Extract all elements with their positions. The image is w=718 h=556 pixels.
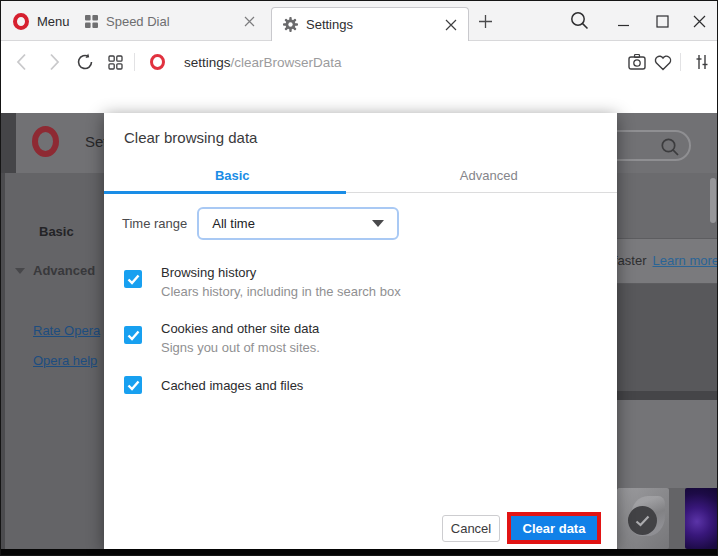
back-icon[interactable] [11,52,31,72]
page-section-band [617,400,718,488]
opera-settings-logo-icon [32,126,59,157]
checkbox-label: Cached images and files [161,376,303,395]
learn-more-link[interactable]: Learn more [653,253,718,268]
checkbox-sublabel: Signs you out of most sites. [161,338,320,357]
browsing-history-checkbox[interactable] [124,270,142,288]
selected-check-icon [628,506,657,535]
time-range-row: Time range All time [122,207,399,240]
dialog-tab-basic[interactable]: Basic [104,165,361,192]
page-left-strip [1,173,5,549]
clear-data-button[interactable]: Clear data [511,516,597,540]
page-section-band [617,173,718,238]
checkbox-label: Cookies and other site data [161,319,320,338]
tab-settings[interactable]: Settings [271,7,469,41]
cookies-checkbox[interactable] [124,326,142,344]
bottom-black-bar [1,549,717,556]
opera-logo-icon [13,13,29,30]
checkbox-texts: Cached images and files [161,376,303,395]
dialog-tab-advanced[interactable]: Advanced [361,165,618,192]
toolbar-divider [680,53,681,71]
checkbox-row-browsing-history: Browsing history Clears history, includi… [124,263,401,301]
checkbox-texts: Browsing history Clears history, includi… [161,263,401,301]
search-tabs-icon[interactable] [570,11,590,31]
header-dark-strip [1,113,16,173]
url-primary: settings [184,55,231,70]
faster-row: fasterLearn more [614,253,718,268]
rate-opera-link[interactable]: Rate Opera [33,323,100,338]
snapshot-camera-icon[interactable] [627,52,647,72]
cancel-button[interactable]: Cancel [442,515,500,542]
checkbox-label: Browsing history [161,263,401,282]
page-section-divider [617,391,718,400]
annotation-highlight-box: Clear data [507,512,601,544]
page-scrollbar-thumb[interactable] [710,178,716,223]
dialog-footer: Cancel Clear data [442,512,601,544]
checkbox-sublabel: Clears history, including in the search … [161,282,401,301]
dropdown-caret-icon [372,220,384,227]
tab-speed-dial[interactable]: Speed Dial [73,1,266,41]
dialog-tabs: Basic Advanced [104,165,617,193]
url-secondary: /clearBrowserData [231,55,342,70]
tab-speed-dial-close-icon[interactable] [242,14,256,28]
sidebar-item-basic[interactable]: Basic [39,224,74,239]
tab-speed-dial-label: Speed Dial [106,14,170,29]
time-range-label: Time range [122,216,187,231]
browser-window: Menu Speed Dial Settings [0,0,718,556]
checkbox-texts: Cookies and other site data Signs you ou… [161,319,320,357]
page-section-band [617,284,718,391]
new-tab-button[interactable] [471,1,499,41]
close-window-button[interactable] [686,1,712,41]
cached-images-checkbox[interactable] [124,376,142,394]
minimize-button[interactable] [610,1,636,41]
dialog-title: Clear browsing data [124,129,257,146]
wallpaper-thumbnail-purple[interactable] [685,488,718,549]
speed-dial-grid-icon [85,15,98,28]
settings-search-icon [660,137,680,157]
gear-icon [283,17,298,32]
opera-menu-button[interactable]: Menu [13,1,70,41]
wallpaper-thumbnail-selected[interactable] [617,488,669,549]
wallpaper-thumbnails [617,488,718,549]
tab-settings-label: Settings [306,17,353,32]
bookmark-heart-icon[interactable] [653,52,673,72]
checkbox-row-cached-images: Cached images and files [124,376,303,395]
sidebar-advanced-label: Advanced [33,263,95,278]
maximize-button[interactable] [649,1,675,41]
reload-icon[interactable] [75,52,95,72]
speed-dial-toolbar-icon[interactable] [105,52,125,72]
sidebar-item-advanced[interactable]: Advanced [15,263,95,278]
opera-badge-icon [150,54,165,70]
page-section-band: fasterLearn more [614,238,718,284]
time-range-dropdown[interactable]: All time [197,207,399,240]
forward-icon[interactable] [44,52,64,72]
toolbar-divider [134,53,135,71]
tab-settings-close-icon[interactable] [444,18,458,32]
time-range-value: All time [212,216,255,231]
tab-bar: Menu Speed Dial Settings [1,1,717,41]
address-toolbar: settings/clearBrowserData [1,42,717,113]
menu-label: Menu [37,14,70,29]
address-bar[interactable]: settings/clearBrowserData [184,55,342,70]
chevron-down-icon [15,268,25,274]
opera-help-link[interactable]: Opera help [33,353,97,368]
clear-browsing-data-dialog: Clear browsing data Basic Advanced Time … [104,113,617,549]
checkbox-row-cookies: Cookies and other site data Signs you ou… [124,319,320,357]
sidebar-setup-sliders-icon[interactable] [692,52,712,72]
faster-text: faster [614,253,647,268]
